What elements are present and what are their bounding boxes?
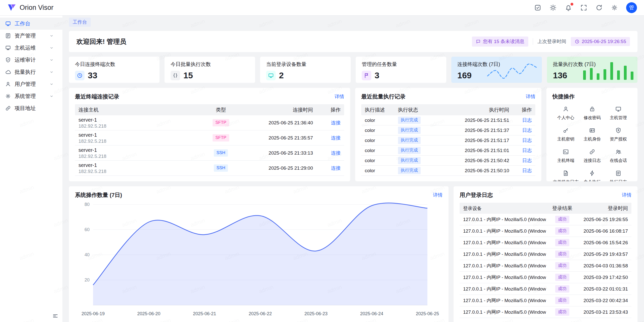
column-header: 执行描述 — [361, 106, 394, 113]
exec-time: 2025-06-25 21:51:01 — [440, 148, 513, 153]
stat-card-label: 今日批量执行次数 — [171, 61, 249, 68]
notification-bell-icon[interactable] — [565, 4, 572, 11]
login-time: 2025-05-29 19:43:57 — [579, 252, 631, 257]
system-ops-chart-panel: 系统操作数量 (7日) 详情 204060802025-06-192025-06… — [69, 186, 449, 322]
connect-link[interactable]: 连接 — [331, 165, 341, 171]
column-header: 操作 — [513, 106, 535, 113]
task-flag-icon — [364, 73, 370, 79]
quick-action-change-password[interactable]: 修改密码 — [579, 102, 605, 124]
quick-action-asset-authorization[interactable]: 资产授权 — [605, 124, 631, 145]
breadcrumb[interactable]: 工作台 — [69, 18, 91, 27]
login-time: 2025-03-22 01:01:31 — [579, 286, 631, 292]
sidebar-item-project-link[interactable]: 项目地址 — [0, 102, 62, 114]
middle-row: 最近终端连接记录 详情 连接主机类型连接时间操作 server-1182.92.… — [69, 88, 637, 181]
login-result-badge: 成功 — [555, 216, 569, 223]
stat-card-label: 管理的任务数量 — [362, 61, 440, 68]
login-device: 127.0.0.1 - 内网IP - Mozilla/5.0 (Windows … — [460, 297, 546, 304]
clock-icon — [75, 71, 85, 80]
fullscreen-icon[interactable] — [580, 4, 587, 11]
svg-text:80: 80 — [85, 202, 90, 207]
login-device: 127.0.0.1 - 内网IP - Mozilla/5.0 (Windows … — [460, 274, 546, 280]
task-flag-icon — [362, 71, 371, 80]
terminal-detail-link[interactable]: 详情 — [335, 93, 344, 100]
connection-type-badge: SSH — [214, 164, 228, 172]
todo-check-icon[interactable] — [534, 4, 541, 11]
last-login-time-badge: 2025-06-25 19:26:55 — [571, 37, 630, 46]
log-link[interactable]: 日志 — [522, 118, 532, 123]
connect-link[interactable]: 连接 — [331, 120, 341, 125]
connect-link[interactable]: 连接 — [331, 135, 341, 140]
clock-icon — [77, 73, 83, 79]
panel-title: 最近批量执行记录 — [361, 93, 406, 100]
quick-action-connection-log[interactable]: 连接日志 — [579, 145, 605, 167]
user-icon — [562, 106, 569, 112]
quick-action-label: 主机密钥 — [557, 136, 574, 142]
sidebar-item-system-management[interactable]: 系统管理 — [0, 90, 62, 102]
sidebar-item-host-ops[interactable]: 主机运维 — [0, 42, 62, 54]
login-time: 2025-06-25 19:26:55 — [579, 217, 631, 222]
log-link[interactable]: 日志 — [522, 168, 532, 173]
connect-link[interactable]: 连接 — [331, 150, 341, 156]
refresh-icon[interactable] — [595, 4, 603, 11]
log-link[interactable]: 日志 — [522, 148, 532, 153]
log-link[interactable]: 日志 — [522, 158, 532, 163]
exec-status-badge: 执行完成 — [398, 147, 421, 154]
batch-table: 执行描述执行状态执行时间操作 color执行完成2025-06-25 21:51… — [361, 104, 535, 176]
terminal-icon — [562, 149, 569, 155]
sidebar-item-asset-management[interactable]: 资产管理 — [0, 30, 62, 42]
column-header: 类型 — [201, 106, 241, 113]
stat-card-value: 2 — [279, 70, 284, 80]
doc-list-icon — [615, 170, 622, 176]
last-login-label: 上次登录时间 — [538, 38, 566, 45]
login-log-detail-link[interactable]: 详情 — [622, 192, 631, 198]
exec-description: color — [361, 118, 394, 123]
sidebar-item-workbench[interactable]: 工作台 — [0, 18, 62, 30]
theme-sun-icon[interactable] — [549, 4, 557, 11]
quick-action-label: 命令执行 — [584, 179, 601, 181]
stat-card: 管理的任务数量3 — [356, 57, 446, 83]
log-link[interactable]: 日志 — [522, 128, 532, 133]
login-table-body: 127.0.0.1 - 内网IP - Mozilla/5.0 (Windows … — [460, 214, 631, 318]
exec-description: color — [361, 168, 394, 173]
host-ip: 182.92.5.218 — [78, 123, 197, 129]
system-ops-detail-link[interactable]: 详情 — [433, 192, 442, 198]
exec-time: 2025-06-25 21:50:10 — [440, 168, 513, 173]
device-monitor-icon — [266, 71, 276, 80]
column-header: 登录时间 — [579, 205, 631, 212]
quick-action-command-execution[interactable]: 命令执行 — [579, 167, 605, 181]
login-table-row: 127.0.0.1 - 内网IP - Mozilla/5.0 (Windows … — [460, 237, 631, 248]
quick-action-online-session[interactable]: 在线会话 — [605, 145, 631, 167]
settings-gear-icon[interactable] — [611, 4, 618, 11]
terminal-table-row: server-1182.92.5.218SFTP2025-06-25 21:36… — [75, 115, 344, 130]
login-result-badge: 成功 — [555, 251, 569, 258]
sidebar-item-user-management[interactable]: 用户管理 — [0, 78, 62, 90]
quick-action-host-terminal[interactable]: 主机终端 — [552, 145, 579, 167]
unread-messages-badge[interactable]: 您有 15 条未读消息 — [472, 37, 528, 47]
stat-card-label: 今日连接终端次数 — [75, 61, 153, 68]
quick-action-host-identity[interactable]: 主机身份 — [579, 124, 605, 145]
exec-time: 2025-06-25 21:51:17 — [440, 138, 513, 143]
column-header: 连接时间 — [241, 106, 316, 113]
svg-text:2025-06-22: 2025-06-22 — [249, 311, 272, 316]
stat-card: 今日连接终端次数33 — [69, 57, 159, 83]
quick-action-file-operation-log[interactable]: 文件操作日志 — [552, 167, 579, 181]
sidebar-item-batch-execute[interactable]: 批量执行 — [0, 66, 62, 78]
sidebar-item-ops-audit[interactable]: 运维审计 — [0, 54, 62, 66]
quick-action-execution-log[interactable]: 执行日志 — [605, 167, 631, 181]
terminal-table-body: server-1182.92.5.218SFTP2025-06-25 21:36… — [75, 115, 344, 176]
shield-lock-icon — [615, 127, 622, 134]
quick-action-personal-center[interactable]: 个人中心 — [552, 102, 579, 124]
terminal-table-row: server-1182.92.5.218SSH2025-06-25 21:33:… — [75, 146, 344, 161]
host-name: server-1 — [78, 162, 197, 168]
collapse-sidebar-icon[interactable] — [52, 313, 58, 319]
quick-action-host-management[interactable]: 主机管理 — [605, 102, 631, 124]
sidebar-item-label: 用户管理 — [15, 81, 36, 88]
asset-icon — [5, 33, 11, 39]
log-link[interactable]: 日志 — [522, 138, 532, 143]
batch-table-body: color执行完成2025-06-25 21:51:51日志color执行完成2… — [361, 115, 535, 176]
chevron-down-icon — [49, 94, 54, 98]
quick-action-host-key[interactable]: 主机密钥 — [552, 124, 579, 145]
batch-detail-link[interactable]: 详情 — [526, 93, 535, 100]
sidebar-item-label: 主机运维 — [15, 44, 36, 51]
user-avatar[interactable]: 管 — [626, 2, 637, 13]
